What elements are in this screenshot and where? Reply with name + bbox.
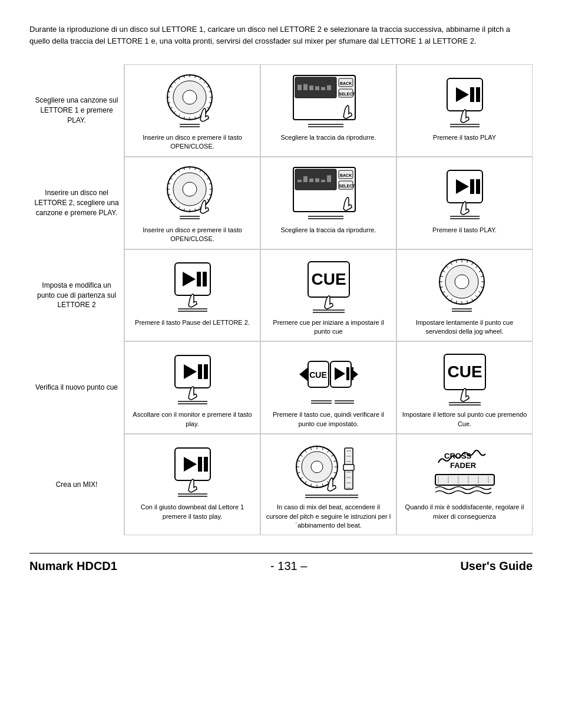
svg-rect-37 <box>309 85 313 90</box>
cell-2-0: Premere il tasto Pause del LETTORE 2. <box>124 249 260 342</box>
footer-guide: User's Guide <box>460 559 533 573</box>
row-label-2: Imposta e modifica un punto cue di parte… <box>29 249 124 342</box>
cell-caption-4-0: Con il giusto downbeat dal Lettore 1 pre… <box>130 503 255 521</box>
cell-1-2: Premere il tasto PLAY. <box>396 157 533 249</box>
cell-image-1-0 <box>154 163 231 222</box>
svg-rect-84 <box>303 176 308 182</box>
svg-rect-38 <box>315 86 319 90</box>
svg-rect-44 <box>470 87 474 102</box>
row-cells-4: Con il giusto downbeat dal Lettore 1 pre… <box>124 434 533 535</box>
svg-rect-87 <box>321 180 325 182</box>
svg-rect-189 <box>343 465 354 470</box>
svg-text:CROSS: CROSS <box>444 452 472 460</box>
svg-rect-85 <box>309 179 313 182</box>
cell-0-2: Premere il tasto PLAY <box>396 64 533 157</box>
cell-2-1: CUEPremere cue per iniziare a impostare … <box>260 249 396 342</box>
instruction-grid: Scegliere una canzone sul LETTORE 1 e pr… <box>29 64 533 535</box>
row-cells-0: Inserire un disco e premere il tasto OPE… <box>124 64 533 157</box>
svg-point-159 <box>311 461 323 473</box>
row-cells-1: Inserire un disco e premere il tasto OPE… <box>124 157 533 249</box>
cell-3-0: Ascoltare con il monitor e premere il ta… <box>124 341 260 434</box>
cell-image-2-2 <box>427 256 503 315</box>
label-text: Inserire un disco nel LETTORE 2, sceglie… <box>32 188 121 218</box>
intro-paragraph: Durante la riproduzione di un disco sul … <box>29 24 533 47</box>
svg-rect-39 <box>321 87 325 90</box>
cell-4-2: CROSSFADERQuando il mix è soddisfacente,… <box>396 434 533 535</box>
svg-rect-35 <box>297 84 302 90</box>
cell-image-4-0 <box>154 440 231 499</box>
cell-2-2: Impostare lentamente il punto cue serven… <box>396 249 533 342</box>
svg-text:BACK: BACK <box>340 173 352 177</box>
svg-text:SELECT: SELECT <box>339 184 355 188</box>
cell-image-4-2: CROSSFADER <box>427 440 503 499</box>
cell-image-1-1: BACKSELECT <box>290 163 367 222</box>
cell-caption-2-0: Premere il tasto Pause del LETTORE 2. <box>135 318 250 327</box>
label-text: Crea un MIX! <box>56 480 98 490</box>
cell-image-0-1: BACKSELECT <box>290 71 367 130</box>
svg-rect-97 <box>197 272 201 286</box>
svg-text:CUE: CUE <box>309 370 327 380</box>
cell-4-0: Con il giusto downbeat dal Lettore 1 pre… <box>124 434 260 535</box>
row-label-4: Crea un MIX! <box>29 434 124 535</box>
svg-rect-88 <box>327 176 331 183</box>
svg-rect-98 <box>203 272 207 286</box>
row-label-3: Verifica il nuovo punto cue <box>29 341 124 434</box>
svg-text:CUE: CUE <box>311 270 346 288</box>
cell-1-1: BACKSELECTScegliere la traccia da riprod… <box>260 157 396 249</box>
svg-rect-93 <box>476 179 480 194</box>
cell-3-1: CUEPremere il tasto cue, quindi verifica… <box>260 341 396 434</box>
svg-rect-154 <box>204 457 208 472</box>
cell-image-2-0 <box>154 256 231 315</box>
cell-caption-4-1: In caso di mix del beat, accendere il cu… <box>266 503 391 530</box>
cell-caption-0-1: Scegliere la traccia da riprodurre. <box>280 133 376 142</box>
cell-image-1-2 <box>427 163 503 222</box>
svg-rect-36 <box>303 84 308 90</box>
svg-rect-83 <box>297 180 302 182</box>
cell-1-0: Inserire un disco e premere il tasto OPE… <box>124 157 260 249</box>
cell-caption-1-1: Scegliere la traccia da riprodurre. <box>280 226 376 235</box>
cell-image-2-1: CUE <box>290 256 367 315</box>
cell-image-3-1: CUE <box>290 348 367 407</box>
label-text: Verifica il nuovo punto cue <box>35 383 118 393</box>
svg-point-50 <box>183 182 197 196</box>
cell-image-0-0 <box>154 71 231 130</box>
row-label-0: Scegliere una canzone sul LETTORE 1 e pr… <box>29 64 124 157</box>
svg-rect-135 <box>198 364 202 379</box>
row-cells-2: Premere il tasto Pause del LETTORE 2.CUE… <box>124 249 533 342</box>
label-text: Imposta e modifica un punto cue di parte… <box>32 281 121 310</box>
svg-rect-136 <box>204 364 208 379</box>
cell-0-0: Inserire un disco e premere il tasto OPE… <box>124 64 260 157</box>
cell-caption-3-0: Ascoltare con il monitor e premere il ta… <box>130 410 255 429</box>
page-footer: Numark HDCD1 - 131 – User's Guide <box>29 553 533 573</box>
svg-rect-45 <box>476 87 480 102</box>
cell-caption-2-1: Premere cue per iniziare a impostare il … <box>266 318 391 337</box>
svg-rect-142 <box>346 367 349 380</box>
cell-0-1: BACKSELECTScegliere la traccia da riprod… <box>260 64 396 157</box>
cell-image-4-1 <box>290 440 367 499</box>
cell-image-0-2 <box>427 71 503 130</box>
svg-text:CUE: CUE <box>447 363 482 381</box>
svg-text:FADER: FADER <box>450 461 477 470</box>
cell-caption-1-2: Premere il tasto PLAY. <box>432 226 497 235</box>
cell-3-2: CUEImpostare il lettore sul punto cue pr… <box>396 341 533 434</box>
label-text: Scegliere una canzone sul LETTORE 1 e pr… <box>32 95 121 125</box>
svg-rect-194 <box>435 475 494 485</box>
svg-point-2 <box>183 90 197 104</box>
row-cells-3: Ascoltare con il monitor e premere il ta… <box>124 341 533 434</box>
cell-image-3-2: CUE <box>427 348 503 407</box>
cell-caption-0-0: Inserire un disco e premere il tasto OPE… <box>130 133 255 151</box>
cell-caption-3-1: Premere il tasto cue, quindi verificare … <box>266 410 391 429</box>
cell-caption-3-2: Impostare il lettore sul punto cue preme… <box>402 410 527 429</box>
cell-caption-0-2: Premere il tasto PLAY <box>433 133 496 142</box>
cell-4-1: In caso di mix del beat, accendere il cu… <box>260 434 396 535</box>
svg-text:BACK: BACK <box>340 81 352 85</box>
cell-caption-2-2: Impostare lentamente il punto cue serven… <box>402 318 527 337</box>
cell-caption-1-0: Inserire un disco e premere il tasto OPE… <box>130 226 255 244</box>
footer-brand: Numark HDCD1 <box>29 559 117 573</box>
svg-rect-40 <box>327 85 331 90</box>
svg-rect-92 <box>470 179 474 194</box>
svg-rect-86 <box>315 179 319 183</box>
footer-page: - 131 – <box>270 559 307 573</box>
svg-rect-153 <box>198 457 202 472</box>
cell-caption-4-2: Quando il mix è soddisfacente, regolare … <box>402 503 527 521</box>
